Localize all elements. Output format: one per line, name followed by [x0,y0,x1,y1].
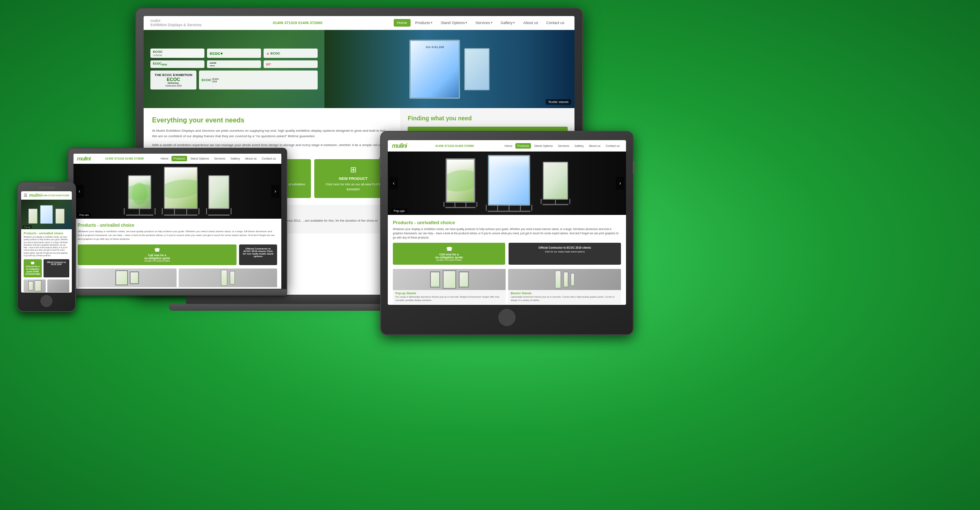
monitor-hero-logos: ECOCLONDON ecoc● ▲ ECOC [144,30,324,108]
phone-device: ☰ mulini 01406 371319 01406 372660 P [17,182,76,312]
tablet-nav: Home Products Stand Options Services Gal… [502,143,622,149]
laptop-nav-about[interactable]: About us [243,156,259,161]
tablet-site-header: mulini 01406 371318 01406 372660 Home Pr… [388,140,626,152]
tablet-nav-home[interactable]: Home [502,143,514,149]
laptop-nav-contact[interactable]: Contact us [260,156,278,161]
monitor-nav: Home Products▾ Stand Options▾ Services▾ … [394,19,568,27]
monitor-main-title: Everything your event needs [152,117,392,124]
tablet-logo: mulini [392,142,407,149]
tablet-popup-stands-img [393,269,506,290]
laptop-nav-home[interactable]: Home [158,156,171,161]
tablet-nav-services[interactable]: Services [556,143,572,149]
laptop-base [68,290,287,296]
monitor-phone-contact: 01406 371319 01406 372660 [273,21,323,25]
laptop-nav-stand-options[interactable]: Stand Options [188,156,211,161]
tablet-products-title: Products - unrivalled choice [393,220,621,225]
laptop-product-grid: Pop-up Stands Our range of lightweight a… [78,269,277,289]
tablet-phone-icon: ☎ [397,246,501,252]
tablet-volume-button2 [379,169,381,177]
laptop-cta-call[interactable]: ☎ Call now for ano-obligation quote 0140… [78,244,237,265]
laptop-products-title: Products - unrivalled choice [78,223,277,228]
tablet-nav-about[interactable]: About us [587,143,603,149]
laptop-hero-label: Pop-ups [77,213,91,217]
tablet-hero-label: Pop-ups [391,209,407,213]
laptop-hero-next[interactable]: › [271,185,280,198]
monitor-nav-home[interactable]: Home [394,19,411,27]
phone-popup-stands-card: Pop-up Stands Our range of lightweight a… [24,279,46,293]
tablet-nav-contact[interactable]: Contact us [604,143,622,149]
monitor-logo-ecoc-dublin: ECOCDublin2019 [199,71,318,90]
laptop-popup-stands-title: Pop-up Stands [80,288,174,289]
monitor-logo-eit: EIT [264,60,318,68]
laptop-stand-unit-2 [162,167,200,216]
laptop-phone-contact: 01406 371318 01406 372660 [105,157,144,160]
laptop-popup-stands-img [78,269,177,287]
monitor-hero-banner: ECOCLONDON ecoc● ▲ ECOC [144,30,574,108]
monitor-cta-new-product-label: NEW PRODUCTClick here for info on our al… [318,176,388,192]
monitor-nav-contact[interactable]: Contact us [543,19,568,27]
laptop-banner-stands-title: Banner Stands [181,288,275,289]
phone-cta-row: ☎ Call now for a no-obligation quote 014… [24,259,69,277]
laptop-cta-row: ☎ Call now for ano-obligation quote 0140… [78,244,277,265]
tablet-nav-stand-options[interactable]: Stand Options [532,143,555,149]
laptop-cta-phone-number: 01406 371318/372660 [81,260,233,262]
laptop-cta-official[interactable]: Official Contractor to ECOC 2019 clients… [239,244,277,265]
tablet-banner-stands-text: Lightweight aluminium frames pop up in s… [511,296,618,302]
monitor-nav-services[interactable]: Services▾ [472,19,496,27]
tablet-volume-button [379,157,381,165]
phone-hero-label: Pop-ups [23,225,32,228]
tablet-products-content: Products - unrivalled choice Whatever yo… [388,215,626,305]
tablet-nav-gallery[interactable]: Gallery [572,143,586,149]
phone-home-button[interactable] [41,295,52,307]
phone-screen: ☰ mulini 01406 371319 01406 372660 P [21,191,72,293]
monitor-hero-stand-panel: Xm KALAM Textile stands [324,30,574,108]
monitor-nav-stand-options[interactable]: Stand Options▾ [437,19,471,27]
laptop-hero-prev[interactable]: ‹ [75,185,84,198]
laptop-nav-services[interactable]: Services [212,156,228,161]
tablet-popup-stands-title: Pop-up Stands [395,292,503,295]
tablet-nav-products[interactable]: Products [515,143,531,149]
monitor-official-contractor: THE ECOC EXHIBITION ECOC OFFICIAL Contra… [150,71,196,90]
laptop-products-content: Products - unrivalled choice Whatever yo… [74,219,281,289]
tablet-stand-unit-3 [541,162,570,205]
laptop-nav: Home Products Stand Options Services Gal… [158,156,278,161]
tablet-banner-stands-card: Banner Stands Lightweight aluminium fram… [508,269,621,304]
monitor-logo: mulini Exhibition Displays & Services [150,19,201,27]
monitor-logo-ecoc3: ▲ ECOC [264,49,318,58]
phone-products-body: Whatever your display or exhibition need… [24,236,69,257]
laptop-popup-stands-card: Pop-up Stands Our range of lightweight a… [78,269,177,289]
tablet-banner-stands-img [508,269,621,290]
monitor-hero-stand-image: Xm KALAM [409,40,460,99]
laptop-phone-icon: ☎ [81,247,233,253]
monitor-logo-exhib: exhib●●●● [207,60,261,68]
tablet-home-button[interactable] [498,309,515,326]
laptop-stand-unit-3 [206,175,231,216]
tablet-hero-prev[interactable]: ‹ [389,177,398,190]
phone-menu-icon[interactable]: ☰ [24,193,27,198]
monitor-logo-ecoc-2016: ECOC2016 [150,60,204,68]
laptop-products-body: Whatever your display or exhibition need… [78,230,277,241]
tablet-cta-call[interactable]: ☎ Call now for ano-obligation quote 0140… [393,243,505,265]
laptop-hero: ‹ › [74,164,281,219]
phone-stand-options-img [47,279,69,292]
laptop-screen: mulini 01406 371318 01406 372660 Home Pr… [74,154,281,289]
monitor-nav-gallery[interactable]: Gallery▾ [497,19,519,27]
tablet-hero-next[interactable]: › [616,177,624,190]
monitor-site-header: mulini Exhibition Displays & Services 01… [144,16,574,30]
laptop-site-header: mulini 01406 371318 01406 372660 Home Pr… [74,154,281,164]
laptop-nav-gallery[interactable]: Gallery [229,156,242,161]
phone-hero-stands [28,205,65,224]
monitor-nav-about[interactable]: About us [520,19,542,27]
monitor-sidebar-title: Finding what you need [408,115,568,122]
laptop-nav-products[interactable]: Products [172,156,188,161]
phone-cta-official[interactable]: Official Contractor to ECOC 2019 [44,259,69,277]
laptop-banner-stands-img [179,269,278,287]
tablet-cta-phone-number: 01406 371318/372660 [397,259,501,261]
monitor-nav-products[interactable]: Products▾ [412,19,436,27]
tablet-hero: ‹ › [388,152,626,215]
tablet-cta-official[interactable]: Official Contractor to ECOC 2019 clients… [509,243,621,265]
phone-cta-call[interactable]: ☎ Call now for a no-obligation quote 014… [24,259,42,277]
tablet-cta-row: ☎ Call now for ano-obligation quote 0140… [393,243,621,265]
monitor-logo-ecoc-circle: ecoc● [207,49,261,58]
phone-cta-phone-icon: ☎ [25,261,40,265]
